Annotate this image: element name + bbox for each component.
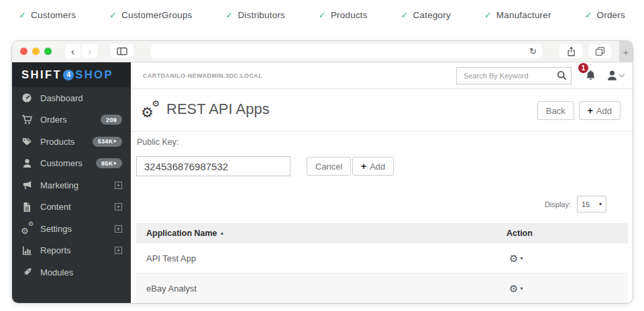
row-action-menu[interactable]: ⚙▾: [509, 253, 523, 263]
plus-icon: +: [361, 161, 366, 172]
status-label: Distributors: [237, 10, 285, 20]
logo-text-shop: SHOP: [75, 68, 113, 81]
search-input[interactable]: [456, 67, 572, 84]
public-key-input[interactable]: [136, 156, 290, 176]
sidebar-item-label: Settings: [40, 224, 72, 234]
status-item-customers: ✓Customers: [19, 10, 76, 20]
status-label: Customers: [31, 10, 76, 20]
gears-icon: ⚙⚙: [21, 224, 33, 233]
public-key-label: Public Key:: [137, 137, 179, 147]
window-controls: [20, 48, 52, 55]
row-action-menu[interactable]: ⚙▾: [509, 284, 523, 294]
check-icon: ✓: [319, 10, 326, 20]
check-icon: ✓: [225, 10, 233, 20]
sidebar-item-marketing[interactable]: Marketing: [12, 174, 131, 196]
expand-plus-icon[interactable]: [115, 247, 122, 254]
check-icon: ✓: [400, 10, 408, 20]
form-add-button[interactable]: +Add: [352, 157, 394, 176]
status-item-manufacturer: ✓Manufacturer: [484, 10, 551, 20]
sidebar-item-label: Orders: [40, 115, 67, 125]
sidebar-item-label: Reports: [40, 245, 71, 255]
table-row: API Test App ⚙▾: [136, 243, 628, 273]
browser-back-button[interactable]: ‹: [65, 44, 80, 58]
gear-icon: ⚙: [509, 253, 518, 263]
app-name: API Test App: [146, 253, 196, 263]
caret-down-icon: ▾: [599, 201, 602, 207]
minimize-window-button[interactable]: [32, 48, 40, 55]
status-item-category: ✓Category: [400, 10, 450, 20]
orders-count-badge: 209: [101, 115, 122, 125]
browser-forward-button[interactable]: ›: [82, 44, 97, 58]
sidebar-item-label: Modules: [40, 267, 73, 277]
megaphone-icon: [21, 180, 33, 190]
table-row: eBay Analyst ⚙▾: [136, 273, 628, 303]
browser-window: ‹ › ↻ +: [12, 41, 633, 303]
status-label: CustomerGroups: [121, 10, 193, 20]
status-label: Category: [413, 10, 451, 20]
status-label: Manufacturer: [496, 10, 551, 20]
expand-plus-icon[interactable]: [115, 225, 122, 233]
store-domain: CARTDANILO-NEWADMIN.3DC.LOCAL: [143, 72, 262, 79]
close-window-button[interactable]: [20, 48, 28, 55]
sidebar-toggle-icon: [117, 47, 127, 56]
sidebar-item-dashboard[interactable]: Dashboard: [12, 87, 131, 109]
check-icon: ✓: [584, 10, 592, 20]
header-buttons: Back +Add: [537, 101, 621, 120]
sidebar-item-label: Content: [40, 202, 71, 212]
expand-plus-icon[interactable]: [115, 203, 122, 210]
search-icon[interactable]: [557, 70, 567, 83]
customers-count-badge: 85K+: [96, 158, 122, 168]
back-button[interactable]: Back: [537, 101, 574, 120]
logo-4-badge: 4: [63, 70, 74, 80]
check-icon: ✓: [19, 10, 26, 20]
sidebar-toggle-button[interactable]: [111, 44, 133, 58]
sidebar-item-modules[interactable]: Modules: [12, 261, 131, 284]
column-header-action: Action: [506, 229, 533, 238]
page-header: ⚙⚙ REST API Apps Back +Add: [131, 89, 633, 132]
page-title: REST API Apps: [166, 101, 270, 118]
display-count-select[interactable]: 15 ▾: [577, 196, 606, 212]
status-label: Orders: [597, 10, 625, 20]
sidebar-menu: Dashboard Orders 209 Products 534K+: [12, 87, 131, 303]
status-item-distributors: ✓Distributors: [225, 10, 285, 20]
sidebar-item-customers[interactable]: Customers 85K+: [12, 153, 131, 175]
display-label: Display:: [545, 200, 571, 208]
admin-app: SHIFT 4 SHOP Dashboard Orders 209: [12, 62, 633, 303]
column-header-application-name[interactable]: Application Name▲: [146, 229, 225, 238]
cancel-button[interactable]: Cancel: [307, 157, 351, 176]
sidebar-item-content[interactable]: Content: [12, 196, 131, 219]
main-content: CARTDANILO-NEWADMIN.3DC.LOCAL 1: [131, 62, 633, 303]
check-icon: ✓: [109, 10, 117, 20]
cart-icon: [21, 115, 33, 125]
validation-status-bar: ✓Customers ✓CustomerGroups ✓Distributors…: [0, 0, 644, 29]
chevron-down-icon: [619, 72, 625, 77]
keyword-search: [456, 67, 572, 84]
rocket-icon: [21, 267, 33, 277]
notification-count-badge: 1: [578, 63, 588, 73]
share-button[interactable]: [559, 44, 582, 58]
sidebar-item-label: Marketing: [40, 180, 78, 190]
sidebar-item-orders[interactable]: Orders 209: [12, 109, 131, 131]
products-count-badge: 534K+: [93, 137, 122, 147]
sidebar-item-reports[interactable]: Reports: [12, 240, 131, 262]
tags-icon: [21, 137, 33, 147]
logo-text-shift: SHIFT: [21, 68, 62, 81]
url-input[interactable]: [151, 44, 542, 58]
zoom-window-button[interactable]: [44, 48, 52, 55]
status-item-products: ✓Products: [319, 10, 368, 20]
header-add-button[interactable]: +Add: [579, 101, 621, 120]
user-menu-button[interactable]: [606, 70, 624, 81]
reload-icon[interactable]: ↻: [529, 47, 537, 56]
new-tab-button[interactable]: +: [619, 41, 633, 62]
history-nav: ‹ ›: [65, 44, 97, 58]
user-icon: [21, 158, 33, 168]
notifications-button[interactable]: 1: [584, 69, 598, 82]
expand-plus-icon[interactable]: [115, 182, 122, 189]
gear-icon: ⚙: [509, 284, 518, 294]
sidebar-item-settings[interactable]: ⚙⚙ Settings: [12, 218, 131, 240]
address-bar[interactable]: ↻: [151, 44, 542, 58]
shift4shop-logo[interactable]: SHIFT 4 SHOP: [12, 62, 131, 87]
sidebar-item-products[interactable]: Products 534K+: [12, 131, 131, 153]
app-name: eBay Analyst: [146, 284, 197, 294]
tabs-overview-button[interactable]: [588, 44, 611, 58]
